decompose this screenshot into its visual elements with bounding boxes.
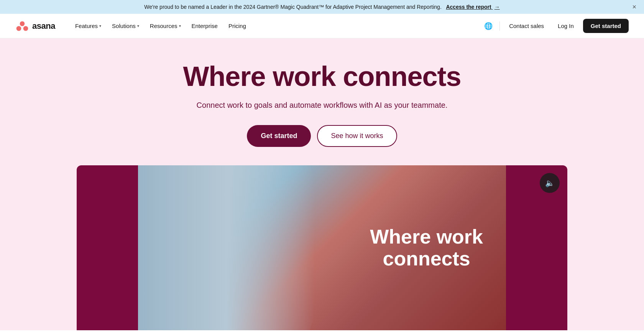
hero-section: Where work connects Connect work to goal…: [0, 38, 644, 330]
person-silhouette: [138, 165, 359, 330]
video-text-line1: Where work: [370, 226, 483, 248]
mute-icon: 🔈: [545, 178, 555, 188]
nav-solutions-label: Solutions: [112, 23, 136, 29]
nav-item-solutions[interactable]: Solutions ▾: [107, 20, 144, 32]
hero-video-container: Where work connects 🔈: [77, 165, 567, 330]
video-inner: Where work connects: [138, 165, 506, 330]
main-navbar: asana Features ▾ Solutions ▾ Resources ▾…: [0, 14, 644, 38]
nav-resources-label: Resources: [150, 23, 177, 29]
banner-spacer: [443, 4, 445, 10]
nav-item-pricing[interactable]: Pricing: [224, 20, 251, 32]
video-text-line2: connects: [370, 248, 483, 270]
get-started-nav-button[interactable]: Get started: [583, 19, 629, 33]
nav-features-label: Features: [75, 23, 98, 29]
logo-text: asana: [32, 21, 55, 31]
banner-text: We're proud to be named a Leader in the …: [8, 4, 636, 10]
hero-buttons: Get started See how it works: [247, 125, 397, 147]
video-background: Where work connects: [138, 165, 506, 330]
contact-sales-button[interactable]: Contact sales: [504, 20, 549, 32]
hero-title: Where work connects: [183, 61, 461, 92]
nav-item-resources[interactable]: Resources ▾: [145, 20, 186, 32]
banner-message: We're proud to be named a Leader in the …: [144, 4, 441, 10]
svg-point-1: [16, 26, 21, 31]
nav-right-actions: 🌐 Contact sales Log In Get started: [482, 19, 629, 33]
arrow-icon: →: [495, 4, 500, 10]
access-report-text: Access the report: [446, 4, 491, 10]
nav-enterprise-label: Enterprise: [192, 23, 218, 29]
video-overlay-text: Where work connects: [370, 226, 483, 270]
mute-button[interactable]: 🔈: [540, 173, 560, 193]
see-how-it-works-button[interactable]: See how it works: [317, 125, 397, 147]
globe-icon: 🌐: [484, 22, 493, 30]
nav-divider: [499, 21, 500, 31]
chevron-down-icon: ▾: [137, 24, 139, 28]
nav-item-enterprise[interactable]: Enterprise: [187, 20, 222, 32]
banner-close-button[interactable]: ×: [632, 3, 636, 10]
svg-point-2: [23, 26, 28, 31]
nav-item-features[interactable]: Features ▾: [71, 20, 106, 32]
asana-logo-icon: [15, 19, 29, 33]
login-button[interactable]: Log In: [553, 20, 578, 32]
announcement-banner: We're proud to be named a Leader in the …: [0, 0, 644, 14]
language-selector-button[interactable]: 🌐: [482, 20, 495, 33]
access-report-link[interactable]: Access the report →: [446, 4, 499, 10]
get-started-hero-button[interactable]: Get started: [247, 125, 311, 147]
chevron-down-icon: ▾: [99, 24, 101, 28]
logo-link[interactable]: asana: [15, 19, 55, 33]
hero-subtitle: Connect work to goals and automate workf…: [197, 101, 448, 110]
chevron-down-icon: ▾: [179, 24, 181, 28]
nav-links: Features ▾ Solutions ▾ Resources ▾ Enter…: [71, 20, 482, 32]
nav-pricing-label: Pricing: [228, 23, 246, 29]
svg-point-0: [20, 21, 25, 26]
